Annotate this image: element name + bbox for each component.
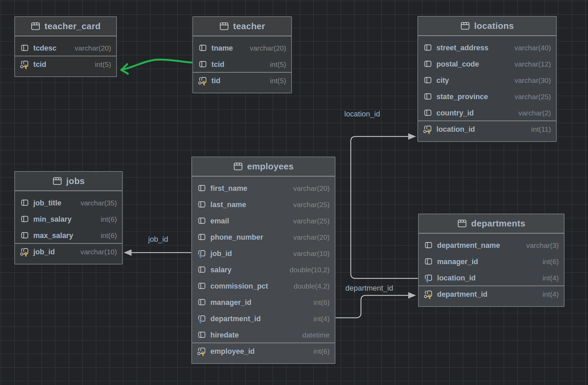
column-type: varchar(3) (521, 241, 559, 250)
column-type: varchar(30) (509, 76, 551, 85)
freehand-arrow-annotation[interactable] (121, 59, 199, 74)
column-name: tcid (33, 60, 46, 69)
column-row-teacher-tcid[interactable]: tcidint(5) (193, 56, 291, 73)
primary-key-icon (424, 289, 433, 299)
column-row-jobs-min_salary[interactable]: min_salaryint(6) (15, 211, 122, 227)
foreign-key-icon (424, 273, 433, 283)
column-type: varchar(20) (69, 44, 111, 52)
column-row-locations-postal_code[interactable]: postal_codevarchar(12) (418, 56, 556, 72)
column-type: varchar(25) (288, 201, 330, 209)
column-name: commission_pct (210, 282, 268, 291)
column-row-jobs-job_title[interactable]: job_titlevarchar(35) (15, 195, 122, 211)
column-name: phone_number (210, 233, 263, 242)
arrowhead (124, 250, 132, 256)
table-icon (233, 162, 243, 171)
column-icon (423, 59, 432, 69)
column-row-jobs-max_salary[interactable]: max_salaryint(6) (15, 227, 122, 244)
column-row-locations-state_province[interactable]: state_provincevarchar(25) (418, 89, 556, 105)
column-row-employees-phone_number[interactable]: phone_numbervarchar(20) (192, 229, 335, 245)
column-row-employees-salary[interactable]: salarydouble(10,2) (192, 262, 335, 278)
column-type: varchar(25) (288, 217, 330, 225)
relationship-label-job_id: job_id (148, 235, 168, 244)
column-row-teacher_card-tcid[interactable]: tcidint(5) (15, 56, 116, 73)
table-title: jobs (66, 176, 85, 186)
column-type: int(11) (526, 125, 551, 133)
relationship-label-department_id: department_id (345, 284, 393, 293)
column-row-jobs-job_id[interactable]: job_idvarchar(10) (15, 244, 122, 260)
relationship-location_id[interactable] (351, 136, 418, 278)
table-header-teacher[interactable]: teacher (193, 17, 291, 36)
table-body: tnamevarchar(20) tcidint(5) tidint(5) (193, 36, 291, 93)
diagram-canvas[interactable]: teacher_card tcdescvarchar(20) tcidint(5… (0, 0, 588, 385)
relationship-department_id[interactable] (335, 295, 409, 318)
column-row-employees-department_id[interactable]: department_idint(4) (192, 311, 335, 327)
column-icon (197, 200, 206, 210)
primary-key-icon (423, 124, 432, 134)
table-body: first_namevarchar(20) last_namevarchar(2… (192, 177, 335, 363)
table-header-departments[interactable]: departments (419, 214, 564, 234)
column-row-locations-country_id[interactable]: country_idvarchar(2) (418, 105, 556, 121)
table-icon (52, 176, 62, 186)
column-row-employees-email[interactable]: emailvarchar(25) (192, 213, 335, 229)
column-name: hiredate (210, 331, 239, 340)
column-row-employees-employee_id[interactable]: employee_idint(6) (192, 343, 335, 360)
column-name: tcid (211, 60, 224, 69)
arrowhead (408, 133, 416, 140)
table-header-teacher_card[interactable]: teacher_card (15, 17, 116, 36)
column-icon (423, 43, 432, 53)
table-header-employees[interactable]: employees (192, 157, 335, 177)
table-title: teacher_card (45, 21, 101, 32)
column-row-departments-department_id[interactable]: department_idint(4) (419, 286, 564, 302)
column-name: street_address (436, 44, 488, 52)
column-row-departments-manager_id[interactable]: manager_idint(6) (419, 254, 564, 270)
column-type: varchar(40) (509, 44, 551, 52)
column-row-teacher-tname[interactable]: tnamevarchar(20) (193, 40, 291, 56)
column-icon (424, 240, 433, 251)
table-header-jobs[interactable]: jobs (15, 172, 122, 191)
column-row-teacher-tid[interactable]: tidint(5) (193, 73, 291, 89)
primary-key-icon (197, 346, 206, 356)
column-name: first_name (210, 184, 247, 193)
column-type: varchar(20) (244, 44, 286, 52)
table-departments[interactable]: departments department_namevarchar(3) ma… (418, 214, 565, 307)
column-row-departments-department_name[interactable]: department_namevarchar(3) (419, 237, 564, 254)
column-name: state_province (436, 93, 488, 101)
column-name: tcdesc (33, 44, 56, 53)
column-row-employees-first_name[interactable]: first_namevarchar(20) (192, 180, 335, 197)
table-employees[interactable]: employees first_namevarchar(20) last_nam… (191, 157, 335, 364)
column-row-employees-commission_pct[interactable]: commission_pctdouble(4,2) (192, 278, 335, 294)
column-type: int(4) (537, 290, 559, 298)
column-type: datetime (297, 331, 330, 339)
primary-key-icon (198, 76, 207, 86)
column-type: int(4) (537, 274, 559, 282)
column-type: varchar(12) (509, 60, 551, 68)
table-jobs[interactable]: jobs job_titlevarchar(35) min_salaryint(… (14, 171, 123, 264)
column-name: department_id (210, 315, 261, 323)
column-type: int(6) (95, 215, 117, 223)
column-icon (197, 216, 206, 226)
column-name: job_id (33, 248, 55, 256)
column-row-locations-street_address[interactable]: street_addressvarchar(40) (418, 40, 556, 56)
table-locations[interactable]: locations street_addressvarchar(40) post… (417, 16, 557, 142)
column-row-teacher_card-tcdesc[interactable]: tcdescvarchar(20) (15, 40, 116, 56)
column-row-employees-manager_id[interactable]: manager_idint(6) (192, 294, 335, 311)
column-type: int(5) (89, 60, 111, 69)
column-row-locations-location_id[interactable]: location_idint(11) (418, 121, 556, 138)
column-name: manager_id (210, 298, 252, 307)
column-row-departments-location_id[interactable]: location_idint(4) (419, 270, 564, 286)
column-row-employees-job_id[interactable]: job_idvarchar(10) (192, 245, 335, 262)
table-header-locations[interactable]: locations (418, 17, 556, 36)
column-row-locations-city[interactable]: cityvarchar(30) (418, 72, 556, 89)
column-row-employees-hiredate[interactable]: hiredatedatetime (192, 327, 335, 343)
column-type: varchar(10) (288, 250, 330, 258)
column-name: last_name (210, 201, 246, 209)
table-teacher[interactable]: teacher tnamevarchar(20) tcidint(5) tidi… (192, 16, 292, 93)
column-row-employees-last_name[interactable]: last_namevarchar(25) (192, 197, 335, 213)
column-type: int(6) (537, 258, 559, 266)
table-teacher_card[interactable]: teacher_card tcdescvarchar(20) tcidint(5… (14, 16, 117, 77)
foreign-key-icon (197, 249, 206, 259)
table-body: tcdescvarchar(20) tcidint(5) (15, 36, 116, 76)
column-icon (424, 257, 433, 267)
column-type: int(6) (308, 347, 330, 355)
column-type: varchar(2) (513, 109, 551, 117)
